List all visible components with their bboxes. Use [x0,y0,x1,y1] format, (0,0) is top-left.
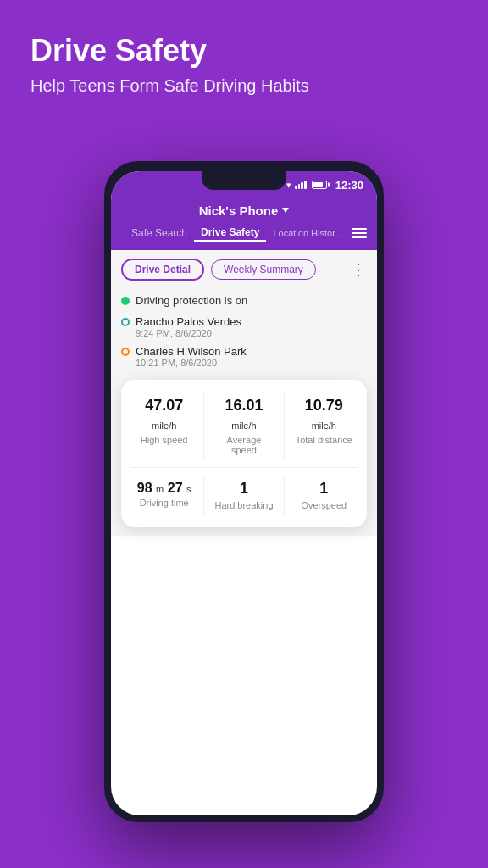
stats-row-2: 98 m 27 s Driving time 1 Hard breaking 1… [130,475,358,515]
driving-status-dot [121,297,130,305]
header-section: Drive Safety Help Teens Form Safe Drivin… [30,34,458,97]
location-name-2: Charles H.Wilson Park [136,345,247,358]
driving-status-text: Driving protection is on [136,294,247,307]
stats-card: 47.07 mile/h High speed 16.01 mile/h Ave… [121,380,367,527]
stat-driving-time: 98 m 27 s Driving time [130,475,198,515]
tab-drive-safety[interactable]: Drive Safety [194,225,266,242]
dropdown-arrow-icon [282,208,289,213]
tab-location-history[interactable]: Location Histor… [266,226,351,240]
signal-icon [295,181,307,189]
wifi-icon: ▾ [286,180,291,191]
phone-notch [202,171,286,190]
status-time: 12:30 [336,179,363,192]
tab-safe-search[interactable]: Safe Search [125,225,194,241]
stat-hard-breaking: 1 Hard breaking [209,475,278,515]
location-item-1[interactable]: Rancho Palos Verdes 9:24 PM, 8/6/2020 [121,314,367,343]
location-dot-2 [121,348,130,356]
stats-row-1: 47.07 mile/h High speed 16.01 mile/h Ave… [130,392,358,460]
location-item-2[interactable]: Charles H.Wilson Park 10:21 PM, 8/6/2020 [121,343,367,373]
pill-weekly-summary[interactable]: Weekly Summary [211,259,316,280]
app-subtitle: Help Teens Form Safe Driving Habits [30,75,458,97]
driving-status-row: Driving protection is on [121,291,367,314]
pill-drive-detail[interactable]: Drive Detial [121,259,204,281]
more-options-icon[interactable]: ⋮ [351,260,367,279]
status-icons: ▾ 12:30 [286,179,363,192]
app-bar: Nick's Phone Safe Search Drive Safety Lo… [111,198,377,250]
device-selector[interactable]: Nick's Phone [199,203,290,218]
stat-high-speed: 47.07 mile/h High speed [130,392,198,460]
content-area: Drive Detial Weekly Summary ⋮ Driving pr… [111,250,377,536]
battery-icon [312,181,327,189]
phone-mockup: ▾ 12:30 Nick's Phone [104,161,384,822]
location-dot-1 [121,318,130,326]
stat-total-distance: 10.79 mile/h Total distance [290,392,358,460]
tab-bar: Safe Search Drive Safety Location Histor… [125,225,363,242]
app-title: Drive Safety [30,34,458,68]
stat-average-speed: 16.01 mile/h Average speed [209,392,278,460]
stat-overspeed: 1 Overspeed [290,475,358,515]
location-time-1: 9:24 PM, 8/6/2020 [136,328,241,338]
location-time-2: 10:21 PM, 8/6/2020 [136,358,247,368]
location-name-1: Rancho Palos Verdes [136,315,241,328]
phone-screen: ▾ 12:30 Nick's Phone [111,171,377,815]
device-name-label: Nick's Phone [199,203,279,218]
pills-row: Drive Detial Weekly Summary ⋮ [121,259,367,281]
hamburger-menu-icon[interactable] [352,228,367,238]
